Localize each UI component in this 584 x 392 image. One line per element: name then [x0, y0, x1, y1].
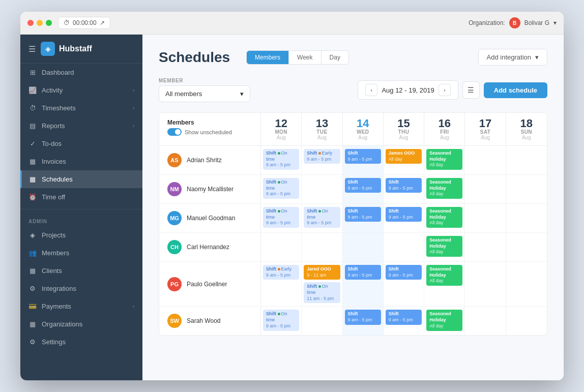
shift-block[interactable]: Seasoned Holiday All day [426, 149, 462, 170]
day-cell[interactable]: Shift Early 9 am - 5 pm [302, 146, 342, 174]
shift-block[interactable]: Shift On time 9 am - 5 pm [263, 149, 299, 170]
sidebar-item-reports[interactable]: ▤ Reports › [20, 117, 142, 135]
sidebar-item-invoices[interactable]: ▦ Invoices [20, 153, 142, 170]
show-unscheduled-toggle[interactable]: Show unscheduled [167, 128, 252, 136]
shift-block[interactable]: Shift 9 am - 5 pm [386, 265, 422, 280]
sidebar-item-timeoff[interactable]: ⏰ Time off [20, 188, 142, 206]
sidebar-item-integrations[interactable]: ⚙ Integrations [20, 280, 142, 297]
shift-block[interactable]: Shift On time 9 am - 5 pm [304, 207, 340, 228]
shift-block[interactable]: Shift 9 am - 5 pm [386, 207, 422, 222]
day-cell[interactable]: Shift On time 9 am - 5 pm [302, 204, 342, 232]
day-cell[interactable] [302, 233, 342, 261]
day-cell[interactable] [261, 233, 302, 261]
org-selector[interactable]: Organization: B Bolivar G ▾ [469, 17, 557, 28]
day-cell[interactable]: Shift 9 am - 5 pm [343, 146, 384, 174]
day-cell[interactable]: Shift On time 9 am - 5 pm [261, 204, 302, 232]
day-cell[interactable]: Shift 9 am - 5 pm [384, 175, 424, 203]
tab-members[interactable]: Members [247, 51, 289, 64]
day-cell[interactable]: Seasoned Holiday All day [424, 204, 465, 232]
shift-block[interactable]: Shift 9 am - 5 pm [345, 178, 381, 193]
day-cell[interactable]: Seasoned Holiday All day [424, 175, 465, 203]
menu-toggle[interactable]: ☰ [28, 44, 36, 54]
tab-week[interactable]: Week [289, 51, 321, 64]
day-cell[interactable]: Shift 9 am - 5 pm [384, 204, 424, 232]
sidebar-item-clients[interactable]: ▦ Clients [20, 262, 142, 280]
day-cell[interactable]: Shift 9 am - 5 pm [343, 204, 384, 232]
add-schedule-button[interactable]: Add schedule [484, 82, 547, 98]
day-cell[interactable]: Shift 9 am - 5 pm [343, 307, 384, 335]
sidebar-item-settings[interactable]: ⚙ Settings [20, 333, 142, 351]
next-week-button[interactable]: › [439, 84, 451, 96]
day-cell[interactable]: Seasoned Holiday All day [424, 146, 465, 174]
day-cell[interactable] [506, 204, 547, 232]
add-integration-button[interactable]: Add integration ▾ [478, 49, 547, 66]
shift-block[interactable]: Shift On time 9 am - 5 pm [263, 207, 299, 228]
sidebar-item-schedules[interactable]: ▦ Schedules [20, 170, 142, 188]
sidebar-item-dashboard[interactable]: ⊞ Dashboard [20, 64, 142, 81]
day-cell[interactable]: Shift On time 9 am - 5 pm [261, 175, 302, 203]
day-cell[interactable]: Shift 9 am - 5 pm [343, 175, 384, 203]
sidebar-item-payments[interactable]: 💳 Payments › [20, 297, 142, 315]
day-cell[interactable]: Shift Early 9 am - 5 pm [261, 262, 302, 306]
shift-block[interactable]: Shift 9 am - 5 pm [345, 207, 381, 222]
shift-block[interactable]: Seasoned Holiday All day [426, 265, 462, 286]
shift-block[interactable]: Shift 9 am - 5 pm [345, 149, 381, 164]
day-cell[interactable]: Jared OOO 9 - 11 am Shift On time 11 am … [302, 262, 342, 306]
member-name: Carl Hernandez [187, 244, 229, 251]
day-cell[interactable]: Shift 9 am - 5 pm [384, 262, 424, 306]
day-cell[interactable] [465, 233, 506, 261]
day-cell[interactable] [465, 262, 506, 306]
sidebar-item-projects[interactable]: ◈ Projects [20, 226, 142, 244]
shift-block[interactable]: Jared OOO 9 - 11 am [304, 265, 340, 280]
day-cell[interactable] [465, 146, 506, 174]
shift-block[interactable]: Seasoned Holiday All day [426, 236, 462, 257]
filter-icon-button[interactable]: ☰ [462, 81, 480, 99]
shift-block[interactable]: Shift 9 am - 5 pm [345, 265, 381, 280]
day-cell[interactable]: Shift On time 9 am - 5 pm [261, 146, 302, 174]
day-cell[interactable]: Shift On time 9 am - 5 pm [261, 307, 302, 335]
day-cell[interactable] [465, 204, 506, 232]
day-cell[interactable] [302, 307, 342, 335]
shift-block[interactable]: Shift On time 9 am - 5 pm [263, 310, 299, 330]
member-select[interactable]: All members ▾ [159, 85, 250, 102]
tab-day[interactable]: Day [322, 51, 348, 64]
day-cell[interactable] [506, 233, 547, 261]
day-cell[interactable] [506, 307, 547, 335]
shift-block[interactable]: Shift 9 am - 5 pm [345, 310, 381, 324]
shift-block[interactable]: Shift Early 9 am - 5 pm [304, 149, 340, 164]
day-cell[interactable]: Shift 9 am - 5 pm [384, 307, 424, 335]
maximize-button[interactable] [46, 20, 52, 26]
shift-block[interactable]: Seasoned Holiday All day [426, 207, 462, 228]
day-cell[interactable] [465, 175, 506, 203]
day-cell[interactable]: Shift 9 am - 5 pm [343, 262, 384, 306]
day-cell[interactable] [506, 262, 547, 306]
sidebar-item-activity[interactable]: 📈 Activity › [20, 81, 142, 99]
prev-week-button[interactable]: ‹ [365, 84, 377, 96]
day-cell[interactable] [506, 175, 547, 203]
day-cell[interactable]: Seasoned Holiday All day [424, 233, 465, 261]
shift-block[interactable]: Seasoned Holiday All day [426, 178, 462, 199]
shift-block[interactable]: Shift 9 am - 5 pm [386, 178, 422, 193]
minimize-button[interactable] [37, 20, 43, 26]
sidebar-item-todos[interactable]: ✓ To-dos [20, 135, 142, 153]
day-cell[interactable]: Seasoned Holiday All day [424, 262, 465, 306]
sidebar-item-members[interactable]: 👥 Members [20, 244, 142, 262]
shift-block[interactable]: Shift 9 am - 5 pm [386, 310, 422, 324]
day-cell[interactable] [506, 146, 547, 174]
close-button[interactable] [27, 20, 34, 26]
shift-block[interactable]: Shift Early 9 am - 5 pm [263, 265, 299, 280]
shift-block[interactable]: James OOO All day [386, 149, 422, 164]
shift-block[interactable]: Shift On time 9 am - 5 pm [263, 178, 299, 199]
day-cell[interactable] [384, 233, 424, 261]
day-cell[interactable] [302, 175, 342, 203]
day-cell[interactable]: James OOO All day [384, 146, 424, 174]
shift-block[interactable]: Shift On time 11 am - 5 pm [304, 282, 340, 303]
day-cell[interactable] [465, 307, 506, 335]
sidebar-item-organizations[interactable]: ▦ Organizations [20, 315, 142, 333]
toggle-switch[interactable] [167, 128, 182, 136]
timer-widget[interactable]: ⏱ 00:00:00 ↗ [58, 17, 110, 29]
day-cell[interactable] [343, 233, 384, 261]
day-cell[interactable]: Seasoned Holiday All day [424, 307, 465, 335]
sidebar-item-timesheets[interactable]: ⏱ Timesheets › [20, 99, 142, 117]
shift-block[interactable]: Seasoned Holiday All day [426, 310, 462, 330]
